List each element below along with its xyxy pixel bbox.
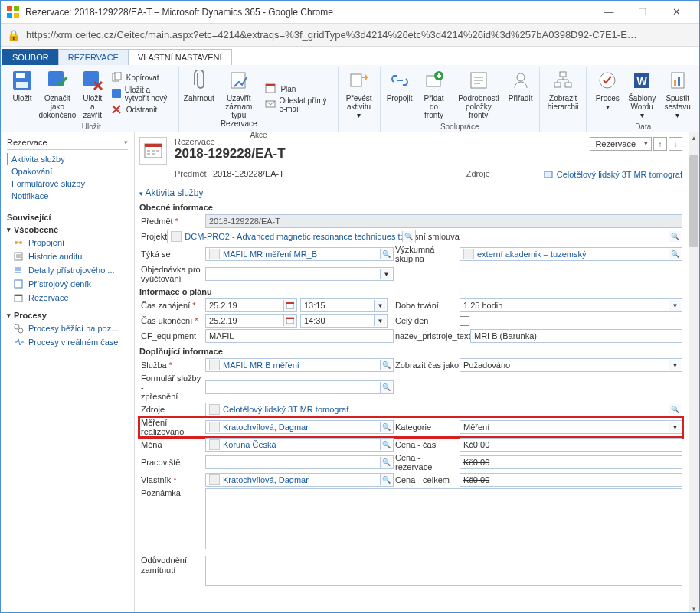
url-text[interactable]: https://xrm.ceitec.cz/Ceitec/main.aspx?e… (26, 29, 693, 41)
vertical-scrollbar[interactable]: ▲ ▼ (689, 132, 699, 613)
mena-lookup[interactable]: Koruna Česká🔍 (205, 438, 394, 452)
nav-notifikace[interactable]: Notifikace (7, 190, 128, 202)
cas-zahajeni-time[interactable]: 13:15▼ (300, 298, 388, 312)
form-selector[interactable]: Rezervace (590, 137, 652, 151)
lookup-icon[interactable]: 🔍 (669, 249, 681, 259)
add-queue-button[interactable]: Přidat do fronty (416, 67, 453, 121)
delete-button[interactable]: Odstranit (111, 104, 173, 116)
svg-rect-39 (145, 144, 162, 147)
scroll-thumb[interactable] (689, 155, 698, 247)
tykase-lookup[interactable]: MAFIL MR měření MR_B🔍 (205, 247, 394, 261)
chevron-down-icon: ▼ (669, 300, 681, 311)
lookup-icon[interactable]: 🔍 (380, 249, 392, 259)
plan-button[interactable]: Plán (265, 83, 331, 95)
subsection-plan: Informace o plánu (139, 284, 682, 298)
copy-button[interactable]: Kopírovat (111, 72, 173, 84)
zobrazit-cas-select[interactable]: Požadováno▼ (460, 358, 682, 372)
calendar-icon[interactable] (283, 315, 296, 326)
close-window-button[interactable]: ✕ (659, 2, 693, 23)
person-icon (209, 474, 220, 485)
ribbon-tabs: SOUBOR REZERVACE VLASTNÍ NASTAVENÍ (1, 47, 699, 65)
cas-ukonceni-date[interactable]: 25.2.19 (205, 314, 297, 328)
nav-rezervace-sub[interactable]: Rezervace (7, 291, 128, 305)
convert-activity-button[interactable]: Převést aktivitu ▾ (342, 67, 377, 121)
pracoviste-lookup[interactable]: 🔍 (205, 455, 394, 469)
cas-ukonceni-time[interactable]: 14:30▼ (300, 314, 388, 328)
lookup-icon[interactable]: 🔍 (669, 404, 681, 415)
close-record-icon (227, 68, 251, 93)
process-button[interactable]: Proces ▾ (590, 67, 625, 121)
nav-opakovani[interactable]: Opakování (7, 165, 128, 178)
zdroje-lookup[interactable]: Celotělový lidský 3T MR tomograf🔍 (205, 403, 682, 416)
cely-den-checkbox[interactable] (460, 316, 469, 326)
lookup-icon[interactable]: 🔍 (669, 231, 681, 242)
minimize-button[interactable]: — (592, 2, 626, 23)
vyzkumna-skupina-lookup[interactable]: externí akademik – tuzemský🔍 (460, 247, 682, 261)
nav-pristrojovy-denik[interactable]: Přístrojový deník (7, 277, 128, 291)
tab-soubor[interactable]: SOUBOR (2, 49, 59, 65)
nav-down-button[interactable]: ↓ (669, 137, 682, 151)
tab-rezervace[interactable]: REZERVACE (58, 49, 129, 65)
chevron-down-icon: ▼ (374, 300, 386, 311)
poznamka-textarea[interactable] (205, 488, 682, 549)
kategorie-select[interactable]: Měření▼ (460, 420, 682, 434)
mereni-realizovano-lookup[interactable]: Kratochvílová, Dagmar🔍 (205, 420, 394, 434)
predmet-field[interactable]: 2018-129228/EA-T (205, 214, 682, 228)
doba-trvani-select[interactable]: 1,25 hodin▼ (460, 298, 682, 312)
close-record-button[interactable]: Uzavřít záznam typu Rezervace (215, 67, 262, 129)
word-templates-button[interactable]: W Šablony Wordu ▾ (625, 67, 659, 121)
lookup-icon[interactable]: 🔍 (380, 422, 392, 432)
sluzba-lookup[interactable]: MAFIL MR B měření🔍 (205, 358, 394, 372)
oduvodneni-textarea[interactable] (205, 556, 682, 586)
save-done-button[interactable]: Označit jako dokončeno (38, 67, 77, 121)
email-button[interactable]: Odeslat přímý e-mail (265, 96, 331, 113)
cena-celkem-field[interactable]: Kč0,00 (460, 473, 682, 487)
queue-details-button[interactable]: Podrobnosti položky fronty (452, 67, 505, 121)
nav-up-button[interactable]: ↑ (653, 137, 667, 151)
scroll-up-button[interactable]: ▲ (689, 132, 699, 143)
calendar-icon[interactable] (283, 300, 296, 311)
save-close-button[interactable]: Uložit a zavřít (77, 67, 108, 121)
section-aktivita-sluzby[interactable]: Aktivita služby (139, 184, 682, 200)
lookup-icon[interactable]: 🔍 (380, 457, 392, 468)
cf-equipment-field[interactable]: MAFIL (205, 329, 394, 343)
lookup-icon[interactable]: 🔍 (380, 360, 392, 370)
tab-vlastni[interactable]: VLASTNÍ NASTAVENÍ (128, 49, 232, 65)
nav-aktivita-sluzby[interactable]: Aktivita služby (7, 153, 128, 165)
vlastnik-lookup[interactable]: Kratochvílová, Dagmar🔍 (205, 473, 394, 487)
cas-zahajeni-date[interactable]: 25.2.19 (205, 298, 297, 312)
assign-button[interactable]: Přiřadit (505, 67, 535, 121)
scroll-down-button[interactable]: ▼ (689, 603, 699, 613)
save-button[interactable]: Uložit (7, 67, 38, 121)
nav-historie-auditu[interactable]: Historie auditu (7, 249, 128, 263)
project-icon (171, 231, 182, 242)
nav-detaily-pristrojoveho[interactable]: Detaily přístrojového ... (7, 263, 128, 277)
nav-procesy-bezici[interactable]: Procesy běžící na poz... (7, 321, 128, 335)
lookup-icon[interactable]: 🔍 (380, 382, 392, 393)
lookup-icon[interactable]: 🔍 (380, 474, 392, 485)
nav-rezervace-header[interactable]: Rezervace▾ (7, 135, 128, 150)
nazev-pristroje-field[interactable]: MRI B (Barunka) (470, 329, 682, 343)
projekt-lookup[interactable]: DCM-PRO2 - Advanced magnetic resonance t… (167, 230, 416, 243)
nav-formularove-sluzby[interactable]: Formulářové služby (7, 178, 128, 190)
nav-propojeni[interactable]: Propojení (7, 236, 128, 249)
objednavka-select[interactable]: ▼ (205, 267, 394, 281)
save-new-button[interactable]: Uložit a vytvořit nový (111, 86, 173, 103)
run-report-button[interactable]: Spustit sestavu ▾ (659, 67, 696, 121)
lookup-icon[interactable]: 🔍 (402, 231, 414, 242)
formular-sluzby-lookup[interactable]: 🔍 (205, 380, 394, 394)
chevron-down-icon: ▾ (124, 139, 128, 146)
cena-rezervace-field[interactable]: Kč0,00 (460, 455, 682, 469)
nav-procesy-realtime[interactable]: Procesy v reálném čase (7, 335, 128, 349)
maximize-button[interactable]: ☐ (626, 2, 659, 23)
titlebar: Rezervace: 2018-129228/EA-T – Microsoft … (1, 1, 699, 24)
hierarchy-button[interactable]: Zobrazit hierarchii (543, 67, 584, 120)
servisni-smlouva-lookup[interactable]: 🔍 (460, 230, 682, 243)
header-zdroje-link[interactable]: Celotělový lidský 3T MR tomograf (543, 169, 682, 180)
svg-rect-23 (565, 83, 571, 87)
link-button[interactable]: Propojit (384, 67, 416, 121)
include-button[interactable]: Zahrnout (182, 67, 215, 129)
cena-cas-field[interactable]: Kč0,00 (460, 438, 682, 452)
calendar-icon (265, 83, 277, 95)
lookup-icon[interactable]: 🔍 (380, 439, 392, 450)
